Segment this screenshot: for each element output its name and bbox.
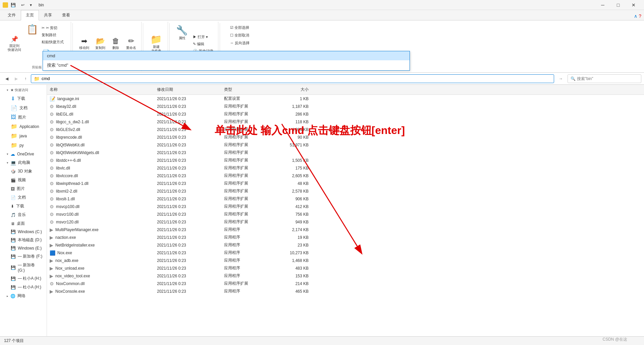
sidebar-item-doc2[interactable]: 📄 文档 xyxy=(1,193,45,202)
table-row[interactable]: ⚙ libQt5WebKit.dll 2021/11/26 0:23 应用程序扩… xyxy=(47,141,644,149)
sidebar-item-e[interactable]: 💾 Windows (E:) xyxy=(1,245,45,252)
docs-icon: 📄 xyxy=(11,105,17,111)
table-row[interactable]: 🟦 Nox.exe 2021/11/26 0:23 应用程序 10,273 KB xyxy=(47,249,644,257)
table-row[interactable]: ⚙ msvcp100.dll 2021/11/26 0:23 应用程序扩展 41… xyxy=(47,203,644,210)
sidebar-g-label: — 新加卷 (G:) xyxy=(18,262,43,273)
sidebar-item-c[interactable]: 💾 Windows (C:) xyxy=(1,228,45,235)
table-row[interactable]: ▶ NetBridgeInstaller.exe 2021/11/26 0:23… xyxy=(47,241,644,249)
table-row[interactable]: ⚙ libvlccore.dll 2021/11/26 0:23 应用程序扩展 … xyxy=(47,172,644,180)
rename-button[interactable]: ✏ 重命名 xyxy=(124,35,139,52)
sidebar-item-h1[interactable]: 💾 — 杜小A (H:) xyxy=(1,274,45,283)
sidebar-item-docs[interactable]: 📄 文档 xyxy=(1,104,45,113)
tab-share[interactable]: 共享 xyxy=(39,10,57,20)
pin-button[interactable]: 📌 固定到快速访问 xyxy=(5,33,23,54)
table-row[interactable]: ⚙ libwinpthread-1.dll 2021/11/26 0:23 应用… xyxy=(47,180,644,187)
table-row[interactable]: ▶ MultiPlayerManager.exe 2021/11/26 0:23… xyxy=(47,226,644,233)
close-button[interactable]: ✕ xyxy=(626,0,641,10)
file-icon: ⚙ xyxy=(50,204,54,209)
table-row[interactable]: ▶ Nox_unload.exe 2021/11/26 0:23 应用程序 48… xyxy=(47,264,644,272)
sidebar-item-application[interactable]: 📁 Application xyxy=(1,122,45,131)
selectall-button[interactable]: ☑ 全部选择 xyxy=(228,24,252,31)
edit-button[interactable]: ✎ 编辑 xyxy=(191,41,215,47)
properties-button[interactable]: 🔧 属性 xyxy=(174,23,190,42)
delete-button[interactable]: 🗑 删除 xyxy=(109,35,122,52)
table-row[interactable]: ⚙ msvcr100.dll 2021/11/26 0:23 应用程序扩展 75… xyxy=(47,210,644,218)
move-button[interactable]: ➡ 移动到 xyxy=(77,35,92,52)
sidebar-item-py[interactable]: 📁 py xyxy=(1,141,45,150)
tab-file[interactable]: 文件 xyxy=(3,10,21,20)
invertselect-button[interactable]: ↔ 反向选择 xyxy=(228,40,252,46)
table-row[interactable]: ▶ naction.exe 2021/11/26 0:23 应用程序 19 KB xyxy=(47,233,644,241)
col-header-size: 大小 xyxy=(275,86,315,93)
open-button[interactable]: ▶ 打开 ▾ xyxy=(191,34,215,40)
table-row[interactable]: 📝 language.ini 2021/11/26 0:23 配置设置 1 KB xyxy=(47,95,644,102)
sidebar-item-download[interactable]: ⬇ 下载 xyxy=(1,94,45,103)
dropdown-item-search[interactable]: 搜索 "cmd" xyxy=(43,60,410,70)
table-row[interactable]: ⚙ libxml2-2.dll 2021/11/26 0:23 应用程序扩展 2… xyxy=(47,187,644,195)
forward-button[interactable]: ▶ xyxy=(12,75,20,83)
sidebar-item-3d[interactable]: 🎲 3D 对象 xyxy=(1,167,45,176)
file-name: NoxConsole.exe xyxy=(55,289,85,294)
move-label: 移动到 xyxy=(79,46,89,50)
table-row[interactable]: ▶ nox_adb.exe 2021/11/26 0:23 应用程序 1,468… xyxy=(47,257,644,264)
address-go-button[interactable]: → xyxy=(555,75,566,83)
copy-button[interactable]: 📋 ✂ ✂ 剪切 复制路径 粘贴快捷方式 xyxy=(24,23,68,47)
dropdown-item-cmd[interactable]: cmd xyxy=(43,51,410,60)
table-row[interactable]: ⚙ libxslt-1.dll 2021/11/26 0:23 应用程序扩展 9… xyxy=(47,195,644,203)
table-row[interactable]: ▶ nox_video_tool.exe 2021/11/26 0:23 应用程… xyxy=(47,272,644,280)
copypath-button[interactable]: 复制路径 xyxy=(40,32,66,38)
table-row[interactable]: ⚙ libstdc++-6.dll 2021/11/26 0:23 应用程序扩展… xyxy=(47,156,644,164)
file-name: NetBridgeInstaller.exe xyxy=(55,243,95,248)
sidebar-item-desktop[interactable]: 🖥 桌面 xyxy=(1,219,45,228)
copyto-button[interactable]: 📂 复制到 xyxy=(93,35,108,52)
file-type: 应用程序扩展 xyxy=(221,165,275,171)
file-size: 1,505 KB xyxy=(275,158,315,163)
table-row[interactable]: ⚙ libeay32.dll 2021/11/26 0:23 应用程序扩展 1,… xyxy=(47,102,644,110)
search-input[interactable] xyxy=(577,76,638,81)
minimize-button[interactable]: ─ xyxy=(595,0,610,10)
table-row[interactable]: ▶ NoxConsole.exe 2021/11/26 0:23 应用程序 46… xyxy=(47,287,644,295)
back-button[interactable]: ◀ xyxy=(3,75,11,83)
cut-button[interactable]: ✂ ✂ 剪切 xyxy=(40,25,66,31)
move-icon: ➡ xyxy=(81,37,87,46)
sidebar-item-g[interactable]: 💾 — 新加卷 (G:) xyxy=(1,261,45,274)
sidebar-item-video[interactable]: 🎬 视频 xyxy=(1,176,45,184)
pin-icon: 📌 xyxy=(10,35,18,43)
table-row[interactable]: ⚙ msvcr120.dll 2021/11/26 0:23 应用程序扩展 94… xyxy=(47,218,644,226)
drive-c-icon: 💾 xyxy=(11,229,16,234)
sidebar-item-onedrive[interactable]: ▾ ☁ OneDrive xyxy=(1,150,45,158)
file-date: 2021/11/26 0:23 xyxy=(154,166,221,170)
table-row[interactable]: ⚙ libvlc.dll 2021/11/26 0:23 应用程序扩展 175 … xyxy=(47,164,644,172)
table-row[interactable]: ⚙ libQt5WebKitWidgets.dll 2021/11/26 0:2… xyxy=(47,149,644,156)
table-row[interactable]: ⚙ libgcc_s_dw2-1.dll 2021/11/26 0:23 应用程… xyxy=(47,118,644,126)
tab-view[interactable]: 查看 xyxy=(57,10,75,20)
search-bar[interactable]: 🔍 xyxy=(568,74,641,83)
deselectall-button[interactable]: ☐ 全部取消 xyxy=(228,32,252,39)
sidebar-item-network[interactable]: ▸ 🌐 网络 xyxy=(1,292,45,300)
sidebar-item-d[interactable]: 💾 本地磁盘 (D:) xyxy=(1,236,45,244)
table-row[interactable]: ⚙ libGLESv2.dll 2021/11/26 0:23 应用程序扩展 4… xyxy=(47,126,644,133)
table-row[interactable]: ⚙ NoxCommon.dll 2021/11/26 0:23 应用程序扩展 2… xyxy=(47,280,644,287)
maximize-button[interactable]: □ xyxy=(610,0,626,10)
tab-home[interactable]: 主页 xyxy=(21,10,39,20)
sidebar-item-dl2[interactable]: ⬇ 下载 xyxy=(1,202,45,210)
sidebar-item-java[interactable]: 📁 java xyxy=(1,131,45,140)
sidebar-item-music[interactable]: 🎵 音乐 xyxy=(1,211,45,219)
col-header-name: 名称 xyxy=(47,86,154,93)
ribbon-toggle[interactable]: ∧ xyxy=(634,13,637,19)
pasteshortcut-label: 粘贴快捷方式 xyxy=(42,40,64,45)
table-row[interactable]: ⚙ libqrencode.dll 2021/11/26 0:23 应用程序扩展… xyxy=(47,133,644,141)
sidebar-item-pictures[interactable]: 🖼 图片 xyxy=(1,113,45,122)
table-row[interactable]: ⚙ libEGL.dll 2021/11/26 0:23 应用程序扩展 286 … xyxy=(47,110,644,118)
ribbon-help[interactable]: ? xyxy=(639,13,641,19)
address-bar[interactable]: 📁 xyxy=(31,74,554,83)
address-input[interactable] xyxy=(42,76,551,81)
file-name: nox_video_tool.exe xyxy=(55,274,90,278)
up-button[interactable]: ↑ xyxy=(21,75,30,83)
sidebar-item-thispc[interactable]: ▾ 💻 此电脑 xyxy=(1,158,45,167)
sidebar-item-f[interactable]: 💾 — 新加卷 (F:) xyxy=(1,252,45,261)
pasteshortcut-button[interactable]: 粘贴快捷方式 xyxy=(40,39,66,45)
sidebar-item-h2[interactable]: 💾 — 杜小A (H:) xyxy=(1,283,45,291)
sidebar-item-pic[interactable]: 🖼 图片 xyxy=(1,185,45,193)
file-size: 2,174 KB xyxy=(275,227,315,232)
